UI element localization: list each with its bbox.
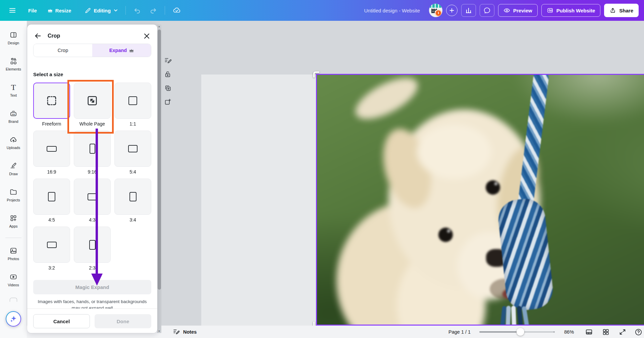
preview-label: Preview xyxy=(513,8,532,13)
size-label: 9:16 xyxy=(74,169,111,175)
text-icon: T xyxy=(11,83,16,91)
sidebar-item-projects[interactable]: Projects xyxy=(1,185,25,205)
puppy-photo[interactable] xyxy=(316,74,644,326)
panel-scrollbar[interactable]: ▲ ▼ xyxy=(157,25,161,333)
fullscreen-button[interactable] xyxy=(619,328,626,336)
unlock-button[interactable] xyxy=(164,70,172,78)
size-option-16-9[interactable]: 16:9 xyxy=(33,131,70,175)
topbar: File Resize Editing xyxy=(0,0,644,21)
ratio-4-5-icon xyxy=(48,192,55,201)
cloud-saved-icon xyxy=(172,6,181,15)
chevron-down-icon xyxy=(113,8,118,13)
close-panel-button[interactable] xyxy=(142,31,151,41)
resize-label: Resize xyxy=(55,8,71,13)
page-indicator: Page 1 / 1 xyxy=(448,329,471,335)
editing-mode-button[interactable]: Editing xyxy=(85,7,118,14)
annotation-arrow xyxy=(96,129,98,274)
comments-button[interactable] xyxy=(480,4,494,17)
selection-handle-top-left[interactable] xyxy=(313,71,319,78)
file-menu-button[interactable]: File xyxy=(28,8,37,13)
add-page-icon-button[interactable] xyxy=(164,98,172,106)
scroll-up-arrow[interactable]: ▲ xyxy=(157,25,161,28)
resize-button[interactable]: Resize xyxy=(48,8,71,13)
sidebar-item-apps[interactable]: Apps xyxy=(1,211,25,231)
insights-button[interactable] xyxy=(461,4,476,17)
back-arrow-icon xyxy=(34,32,42,40)
sidebar-item-design[interactable]: Design xyxy=(1,28,25,48)
tab-expand-label: Expand xyxy=(109,48,127,53)
help-button[interactable] xyxy=(635,328,642,336)
ratio-9-16-icon xyxy=(90,144,95,154)
rope-toy-art xyxy=(317,75,644,325)
canva-assistant-button[interactable] xyxy=(6,311,21,327)
tab-crop-label: Crop xyxy=(58,48,68,53)
size-label: Freeform xyxy=(33,121,70,127)
pages-view-button[interactable] xyxy=(585,328,593,336)
design-title[interactable]: Untitled design - Website xyxy=(364,8,420,13)
sidebar-item-text[interactable]: T Text xyxy=(1,80,25,100)
scrollbar-thumb[interactable] xyxy=(158,30,161,290)
apps-icon xyxy=(9,214,17,222)
size-option-9-16[interactable]: 9:16 xyxy=(74,131,111,175)
duplicate-page-button[interactable] xyxy=(164,84,172,92)
size-option-5-4[interactable]: 5:4 xyxy=(114,131,151,175)
avatar-art xyxy=(429,4,442,8)
tab-crop[interactable]: Crop xyxy=(34,44,92,57)
size-label: 3:2 xyxy=(33,265,70,271)
design-icon xyxy=(9,31,17,39)
photos-icon xyxy=(9,247,17,255)
notes-button[interactable] xyxy=(164,57,172,64)
zoom-slider-thumb[interactable] xyxy=(517,328,524,336)
add-member-button[interactable] xyxy=(446,5,458,16)
notes-toggle[interactable]: Notes xyxy=(173,328,197,335)
select-size-label: Select a size xyxy=(33,71,63,77)
brand-icon: co xyxy=(9,109,17,117)
size-option-1-1[interactable]: 1:1 xyxy=(114,83,151,127)
size-option-3-2[interactable]: 3:2 xyxy=(33,227,70,271)
grid-view-button[interactable] xyxy=(602,328,609,336)
size-option-4-3[interactable]: 4:3 xyxy=(74,179,111,223)
sidebar-item-label: Brand xyxy=(8,119,18,124)
sidebar-item-photos[interactable]: Photos xyxy=(1,243,25,264)
avatar[interactable] xyxy=(429,4,442,17)
tab-expand[interactable]: Expand xyxy=(92,44,151,57)
sparkle-icon xyxy=(9,315,18,323)
done-label: Done xyxy=(117,319,129,324)
share-label: Share xyxy=(619,8,633,13)
sidebar-item-draw[interactable]: Draw xyxy=(1,158,25,179)
size-option-2-3[interactable]: 2:3 xyxy=(74,227,111,271)
ratio-5-4-icon xyxy=(128,145,138,152)
notes-icon xyxy=(173,328,180,335)
sidebar-item-elements[interactable]: Elements xyxy=(1,54,25,74)
crown-icon xyxy=(48,8,53,12)
preview-button[interactable]: Preview xyxy=(498,4,538,17)
eye-icon xyxy=(503,7,510,14)
done-button[interactable]: Done xyxy=(95,314,151,328)
sidebar-item-label: Draw xyxy=(9,172,18,176)
publish-website-button[interactable]: Publish Website xyxy=(541,4,601,17)
sidebar-item-uploads[interactable]: Uploads xyxy=(1,132,25,153)
zoom-level[interactable]: 86% xyxy=(564,329,574,335)
sidebar-item-label: Apps xyxy=(9,224,17,228)
size-option-3-4[interactable]: 3:4 xyxy=(114,179,151,223)
size-option-4-5[interactable]: 4:5 xyxy=(33,179,70,223)
main-menu-button[interactable] xyxy=(9,7,16,14)
sidebar-item-label: Design xyxy=(8,41,19,45)
topbar-divider xyxy=(125,6,126,15)
sidebar-item-brand[interactable]: co Brand xyxy=(1,106,25,127)
ratio-3-2-icon xyxy=(47,242,57,248)
scroll-down-arrow[interactable]: ▼ xyxy=(157,330,161,332)
cancel-button[interactable]: Cancel xyxy=(33,314,90,328)
share-button[interactable]: Share xyxy=(604,4,639,17)
redo-button[interactable] xyxy=(149,6,157,14)
back-button[interactable] xyxy=(33,31,43,41)
undo-button[interactable] xyxy=(133,6,141,14)
save-status-button[interactable] xyxy=(172,6,181,15)
videos-icon xyxy=(9,273,17,281)
size-label: 3:4 xyxy=(114,217,151,223)
freeform-icon xyxy=(47,96,57,106)
sidebar-item-videos[interactable]: Videos xyxy=(1,270,25,290)
projects-icon xyxy=(9,188,17,196)
size-option-freeform[interactable]: Freeform xyxy=(33,83,70,127)
undo-icon xyxy=(133,6,141,14)
